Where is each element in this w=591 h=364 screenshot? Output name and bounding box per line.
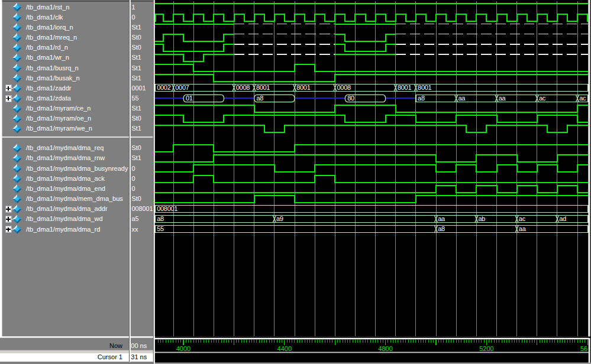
svg-text:4000: 4000 [176,345,190,352]
svg-text:/tb_dma1/mydma/dma_rd: /tb_dma1/mydma/dma_rd [26,226,100,233]
svg-text:St0: St0 [132,195,141,202]
svg-text:/tb_dma1/clk: /tb_dma1/clk [26,14,63,21]
svg-text:ac: ac [579,95,586,102]
svg-text:St0: St0 [132,34,141,41]
svg-text:Cursor 1: Cursor 1 [98,353,122,360]
svg-text:8001: 8001 [256,84,270,91]
svg-text:0: 0 [132,165,135,172]
svg-text:/tb_dma1/busrq_n: /tb_dma1/busrq_n [26,64,79,72]
svg-text:008001: 008001 [132,205,153,212]
svg-text:/tb_dma1/mydma/dma_req: /tb_dma1/mydma/dma_req [26,144,104,151]
svg-text:/tb_dma1/wr_n: /tb_dma1/wr_n [26,54,69,61]
svg-text:St1: St1 [132,125,141,132]
svg-text:/tb_dma1/iorq_n: /tb_dma1/iorq_n [26,24,73,31]
svg-text:aa: aa [458,95,466,102]
svg-text:ab: ab [479,215,486,222]
svg-text:St0: St0 [132,44,141,51]
svg-text:55: 55 [157,225,164,232]
svg-text:0: 0 [132,185,135,192]
svg-text:/tb_dma1/mreq_n: /tb_dma1/mreq_n [26,34,77,41]
svg-text:55: 55 [132,95,139,102]
svg-text:St0: St0 [132,115,141,122]
svg-text:St1: St1 [132,105,141,112]
svg-text:St1: St1 [132,154,141,161]
svg-text:4400: 4400 [277,345,292,352]
svg-text:/tb_dma1/rst_n: /tb_dma1/rst_n [26,4,69,11]
svg-text:1: 1 [132,4,135,11]
svg-text:4800: 4800 [378,345,392,352]
svg-text:St0: St0 [132,144,141,151]
svg-text:8001: 8001 [296,84,310,91]
svg-text:aa: aa [438,215,445,222]
svg-text:St1: St1 [132,74,141,82]
svg-text:/tb_dma1/mydma/dma_busynready: /tb_dma1/mydma/dma_busynready [26,165,128,172]
svg-text:0: 0 [132,14,135,21]
svg-text:ac: ac [539,95,546,102]
svg-text:5200: 5200 [479,345,493,352]
svg-text:/tb_dma1/mydma/mem_dma_bus: /tb_dma1/mydma/mem_dma_bus [26,195,123,202]
svg-text:0: 0 [132,175,135,182]
svg-text:a5: a5 [132,215,139,222]
svg-text:/tb_dma1/mydma/dma_rnw: /tb_dma1/mydma/dma_rnw [26,154,105,161]
svg-text:ac: ac [519,215,526,222]
svg-text:8001: 8001 [418,84,431,91]
svg-text:/tb_dma1/rd_n: /tb_dma1/rd_n [26,44,68,51]
svg-text:/tb_dma1/zaddr: /tb_dma1/zaddr [26,84,72,92]
svg-text:aa: aa [499,95,506,102]
svg-text:01: 01 [186,95,193,102]
svg-text:ad: ad [559,215,566,222]
svg-text:/tb_dma1/mydma/dma_end: /tb_dma1/mydma/dma_end [26,185,105,192]
svg-text:8001: 8001 [398,84,411,91]
svg-text:St1: St1 [132,24,141,31]
svg-text:/tb_dma1/mydma/dma_ack: /tb_dma1/mydma/dma_ack [26,175,105,182]
svg-text:a8: a8 [418,95,425,102]
svg-text:Now: Now [109,342,122,349]
svg-text:/tb_dma1/myram/oe_n: /tb_dma1/myram/oe_n [26,115,91,122]
svg-text:/tb_dma1/myram/we_n: /tb_dma1/myram/we_n [26,125,92,132]
svg-text:a8: a8 [438,225,445,232]
svg-text:a8: a8 [257,95,264,102]
svg-text:/tb_dma1/busak_n: /tb_dma1/busak_n [26,74,80,82]
svg-text:0008: 0008 [337,84,351,91]
svg-text:a9: a9 [276,215,283,222]
svg-text:/tb_dma1/myram/ce_n: /tb_dma1/myram/ce_n [26,105,91,112]
svg-text:/tb_dma1/mydma/dma_addr: /tb_dma1/mydma/dma_addr [26,205,108,212]
svg-text:St1: St1 [132,64,141,72]
svg-text:0007: 0007 [175,84,189,91]
svg-text:0002: 0002 [157,84,170,91]
svg-text:aa: aa [519,225,527,232]
svg-text:xx: xx [132,226,138,233]
svg-text:80: 80 [347,95,354,102]
svg-text:a8: a8 [157,215,164,222]
svg-text:/tb_dma1/zdata: /tb_dma1/zdata [26,95,72,102]
svg-text:0008: 0008 [236,84,250,91]
svg-text:/tb_dma1/mydma/dma_wd: /tb_dma1/mydma/dma_wd [26,215,103,222]
svg-text:0001: 0001 [132,84,146,92]
svg-text:008001: 008001 [157,205,177,212]
svg-text:St1: St1 [132,54,141,61]
